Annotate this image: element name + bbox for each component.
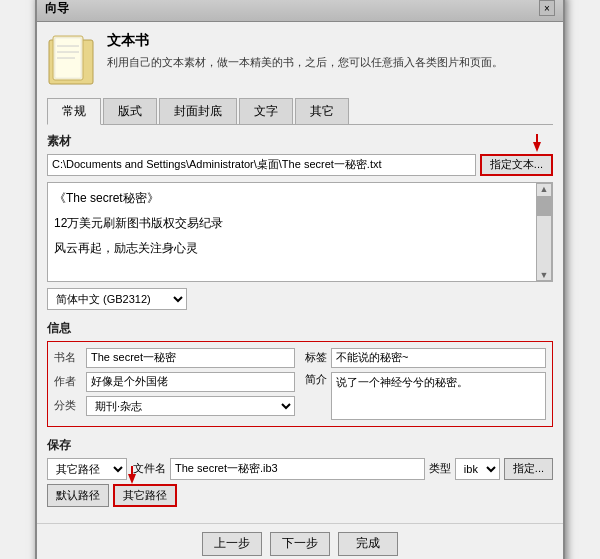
category-label: 分类 bbox=[54, 398, 82, 413]
text-preview-wrapper: 《The secret秘密》 12万美元刷新图书版权交易纪录 风云再起，励志关注… bbox=[47, 182, 553, 282]
info-section: 信息 书名 作者 分类 期刊·杂志 bbox=[47, 320, 553, 427]
author-label: 作者 bbox=[54, 374, 82, 389]
book-icon bbox=[47, 32, 95, 88]
header-title: 文本书 bbox=[107, 32, 503, 50]
red-arrow-down-icon bbox=[125, 466, 139, 484]
info-label: 信息 bbox=[47, 320, 553, 337]
other-path-button[interactable]: 其它路径 bbox=[113, 484, 177, 507]
type-select[interactable]: ibk bbox=[455, 458, 500, 480]
tab-cover[interactable]: 封面封底 bbox=[159, 98, 237, 124]
info-right: 标签 简介 说了一个神经兮兮的秘密。 bbox=[305, 348, 546, 420]
red-arrow-icon bbox=[529, 134, 545, 152]
preview-line-3: 风云再起，励志关注身心灵 bbox=[54, 239, 530, 258]
header-description: 利用自己的文本素材，做一本精美的书，之后，您可以任意插入各类图片和页面。 bbox=[107, 54, 503, 71]
header-area: 文本书 利用自己的文本素材，做一本精美的书，之后，您可以任意插入各类图片和页面。 bbox=[47, 32, 553, 88]
category-select[interactable]: 期刊·杂志 bbox=[86, 396, 295, 416]
tag-input[interactable] bbox=[331, 348, 546, 368]
category-row: 分类 期刊·杂志 bbox=[54, 396, 295, 416]
main-dialog: 向导 × 文本书 利用自己的文本素材，做一本精美的书，之后，您可以任意插入各类图… bbox=[35, 0, 565, 559]
save-row: 其它路径 文件名 类型 ibk 指定... bbox=[47, 458, 553, 480]
preview-line-2: 12万美元刷新图书版权交易纪录 bbox=[54, 214, 530, 233]
other-path-wrapper: 其它路径 bbox=[113, 484, 177, 507]
material-label: 素材 bbox=[47, 133, 553, 150]
header-text: 文本书 利用自己的文本素材，做一本精美的书，之后，您可以任意插入各类图片和页面。 bbox=[107, 32, 503, 71]
book-name-input[interactable] bbox=[86, 348, 295, 368]
save-specify-button[interactable]: 指定... bbox=[504, 458, 553, 480]
title-bar: 向导 × bbox=[37, 0, 563, 22]
file-path-input[interactable] bbox=[47, 154, 476, 176]
encoding-select[interactable]: 简体中文 (GB2312) bbox=[47, 288, 187, 310]
dialog-title: 向导 bbox=[45, 0, 69, 17]
summary-row: 简介 说了一个神经兮兮的秘密。 bbox=[305, 372, 546, 420]
preview-line-1: 《The secret秘密》 bbox=[54, 189, 530, 208]
summary-label: 简介 bbox=[305, 372, 327, 387]
dialog-body: 文本书 利用自己的文本素材，做一本精美的书，之后，您可以任意插入各类图片和页面。… bbox=[37, 22, 563, 523]
prev-button[interactable]: 上一步 bbox=[202, 532, 262, 556]
tag-row: 标签 bbox=[305, 348, 546, 368]
filename-input[interactable] bbox=[170, 458, 425, 480]
save-section: 保存 其它路径 文件名 类型 ibk 指定... 默认路径 bbox=[47, 437, 553, 507]
footer-buttons: 上一步 下一步 完成 bbox=[37, 523, 563, 560]
info-grid: 书名 作者 分类 期刊·杂志 bbox=[47, 341, 553, 427]
tab-other[interactable]: 其它 bbox=[295, 98, 349, 124]
tab-general[interactable]: 常规 bbox=[47, 98, 101, 125]
tab-layout[interactable]: 版式 bbox=[103, 98, 157, 124]
author-row: 作者 bbox=[54, 372, 295, 392]
svg-marker-6 bbox=[533, 134, 541, 152]
save-label: 保存 bbox=[47, 437, 553, 454]
close-button[interactable]: × bbox=[539, 0, 555, 16]
path-select[interactable]: 其它路径 bbox=[47, 458, 127, 480]
finish-button[interactable]: 完成 bbox=[338, 532, 398, 556]
type-label: 类型 bbox=[429, 461, 451, 476]
scrollbar[interactable]: ▲ ▼ bbox=[536, 183, 552, 281]
material-section: 素材 指定文本... 《The secret秘密》 12万美元刷新图书版权交易纪… bbox=[47, 133, 553, 310]
file-path-row: 指定文本... bbox=[47, 154, 553, 176]
specify-text-button[interactable]: 指定文本... bbox=[480, 154, 553, 176]
default-path-button[interactable]: 默认路径 bbox=[47, 484, 109, 507]
tag-label: 标签 bbox=[305, 350, 327, 365]
text-preview: 《The secret秘密》 12万美元刷新图书版权交易纪录 风云再起，励志关注… bbox=[48, 183, 536, 281]
tab-text[interactable]: 文字 bbox=[239, 98, 293, 124]
book-name-row: 书名 bbox=[54, 348, 295, 368]
info-left: 书名 作者 分类 期刊·杂志 bbox=[54, 348, 295, 420]
tab-bar: 常规 版式 封面封底 文字 其它 bbox=[47, 98, 553, 125]
author-input[interactable] bbox=[86, 372, 295, 392]
encoding-row: 简体中文 (GB2312) bbox=[47, 288, 553, 310]
book-name-label: 书名 bbox=[54, 350, 82, 365]
summary-textarea[interactable]: 说了一个神经兮兮的秘密。 bbox=[331, 372, 546, 420]
svg-marker-7 bbox=[128, 466, 136, 484]
next-button[interactable]: 下一步 bbox=[270, 532, 330, 556]
save-bottom: 默认路径 其它路径 bbox=[47, 484, 553, 507]
